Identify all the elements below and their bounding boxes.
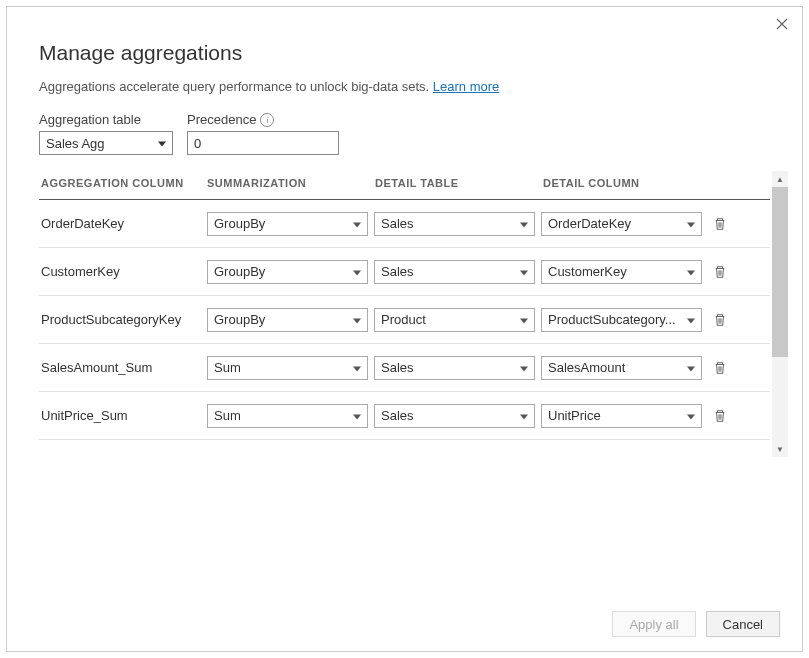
detail-column-cell: ProductSubcategory... — [541, 308, 702, 332]
detail-table-cell: Product — [374, 308, 535, 332]
info-icon[interactable]: i — [260, 113, 274, 127]
aggregation-table-value: Sales Agg — [46, 136, 105, 151]
delete-row-button[interactable] — [708, 265, 732, 279]
precedence-input[interactable] — [187, 131, 339, 155]
summarization-select[interactable]: Sum — [207, 404, 368, 428]
table-row: OrderDateKey GroupBy Sales OrderDateKey — [39, 200, 770, 248]
table-header-row: AGGREGATION COLUMN SUMMARIZATION DETAIL … — [39, 169, 770, 200]
vertical-scrollbar[interactable]: ▲ ▼ — [772, 171, 788, 457]
subtitle-text: Aggregations accelerate query performanc… — [39, 79, 433, 94]
detail-column-cell: OrderDateKey — [541, 212, 702, 236]
detail-column-value: CustomerKey — [548, 264, 627, 279]
summarization-cell: GroupBy — [207, 260, 368, 284]
detail-table-select[interactable]: Sales — [374, 260, 535, 284]
summarization-cell: Sum — [207, 404, 368, 428]
detail-column-cell: UnitPrice — [541, 404, 702, 428]
cancel-button[interactable]: Cancel — [706, 611, 780, 637]
agg-column-cell: SalesAmount_Sum — [39, 360, 207, 375]
header-summarization: SUMMARIZATION — [207, 177, 375, 189]
header-detail-table: DETAIL TABLE — [375, 177, 543, 189]
summarization-value: GroupBy — [214, 312, 265, 327]
header-detail-column: DETAIL COLUMN — [543, 177, 711, 189]
detail-column-cell: CustomerKey — [541, 260, 702, 284]
detail-column-cell: SalesAmount — [541, 356, 702, 380]
delete-row-button[interactable] — [708, 217, 732, 231]
detail-column-select[interactable]: UnitPrice — [541, 404, 702, 428]
summarization-select[interactable]: Sum — [207, 356, 368, 380]
aggregation-table-group: Aggregation table Sales Agg — [39, 112, 173, 155]
detail-table-cell: Sales — [374, 212, 535, 236]
manage-aggregations-dialog: Manage aggregations Aggregations acceler… — [6, 6, 803, 652]
agg-column-cell: UnitPrice_Sum — [39, 408, 207, 423]
detail-table-value: Sales — [381, 264, 414, 279]
detail-column-value: OrderDateKey — [548, 216, 631, 231]
summarization-select[interactable]: GroupBy — [207, 260, 368, 284]
top-controls: Aggregation table Sales Agg Precedence i — [7, 94, 802, 155]
summarization-select[interactable]: GroupBy — [207, 212, 368, 236]
summarization-select[interactable]: GroupBy — [207, 308, 368, 332]
close-button[interactable] — [772, 15, 792, 35]
trash-icon — [713, 265, 727, 279]
table-row: CustomerKey GroupBy Sales CustomerKey — [39, 248, 770, 296]
detail-table-cell: Sales — [374, 404, 535, 428]
close-icon — [776, 16, 788, 34]
table-rows: OrderDateKey GroupBy Sales OrderDateKey … — [39, 200, 770, 440]
detail-column-select[interactable]: ProductSubcategory... — [541, 308, 702, 332]
precedence-label: Precedence i — [187, 112, 339, 127]
detail-column-value: UnitPrice — [548, 408, 601, 423]
summarization-value: GroupBy — [214, 264, 265, 279]
detail-column-select[interactable]: OrderDateKey — [541, 212, 702, 236]
detail-column-select[interactable]: SalesAmount — [541, 356, 702, 380]
summarization-cell: GroupBy — [207, 308, 368, 332]
detail-table-select[interactable]: Product — [374, 308, 535, 332]
detail-table-value: Sales — [381, 360, 414, 375]
delete-row-button[interactable] — [708, 361, 732, 375]
table-row: ProductSubcategoryKey GroupBy Product Pr… — [39, 296, 770, 344]
detail-table-value: Sales — [381, 216, 414, 231]
dialog-title: Manage aggregations — [39, 41, 770, 65]
trash-icon — [713, 409, 727, 423]
detail-column-value: SalesAmount — [548, 360, 625, 375]
scroll-down-arrow[interactable]: ▼ — [772, 441, 788, 457]
dialog-footer: Apply all Cancel — [612, 611, 780, 637]
summarization-value: Sum — [214, 408, 241, 423]
detail-table-select[interactable]: Sales — [374, 356, 535, 380]
delete-row-button[interactable] — [708, 409, 732, 423]
dialog-subtitle: Aggregations accelerate query performanc… — [39, 79, 770, 94]
summarization-value: GroupBy — [214, 216, 265, 231]
scroll-thumb[interactable] — [772, 187, 788, 357]
trash-icon — [713, 361, 727, 375]
aggregations-table: AGGREGATION COLUMN SUMMARIZATION DETAIL … — [39, 169, 770, 457]
summarization-cell: Sum — [207, 356, 368, 380]
agg-column-cell: ProductSubcategoryKey — [39, 312, 207, 327]
dialog-header: Manage aggregations Aggregations acceler… — [7, 7, 802, 94]
detail-table-select[interactable]: Sales — [374, 404, 535, 428]
apply-all-button[interactable]: Apply all — [612, 611, 695, 637]
summarization-value: Sum — [214, 360, 241, 375]
agg-column-cell: OrderDateKey — [39, 216, 207, 231]
precedence-group: Precedence i — [187, 112, 339, 155]
delete-row-button[interactable] — [708, 313, 732, 327]
table-row: SalesAmount_Sum Sum Sales SalesAmount — [39, 344, 770, 392]
table-row: UnitPrice_Sum Sum Sales UnitPrice — [39, 392, 770, 440]
detail-table-value: Product — [381, 312, 426, 327]
summarization-cell: GroupBy — [207, 212, 368, 236]
detail-column-value: ProductSubcategory... — [548, 312, 676, 327]
header-aggregation-column: AGGREGATION COLUMN — [39, 177, 207, 189]
detail-table-select[interactable]: Sales — [374, 212, 535, 236]
detail-column-select[interactable]: CustomerKey — [541, 260, 702, 284]
detail-table-cell: Sales — [374, 260, 535, 284]
scroll-up-arrow[interactable]: ▲ — [772, 171, 788, 187]
trash-icon — [713, 313, 727, 327]
trash-icon — [713, 217, 727, 231]
precedence-label-text: Precedence — [187, 112, 256, 127]
detail-table-cell: Sales — [374, 356, 535, 380]
aggregation-table-label: Aggregation table — [39, 112, 173, 127]
agg-column-cell: CustomerKey — [39, 264, 207, 279]
learn-more-link[interactable]: Learn more — [433, 79, 499, 94]
aggregation-table-select[interactable]: Sales Agg — [39, 131, 173, 155]
detail-table-value: Sales — [381, 408, 414, 423]
